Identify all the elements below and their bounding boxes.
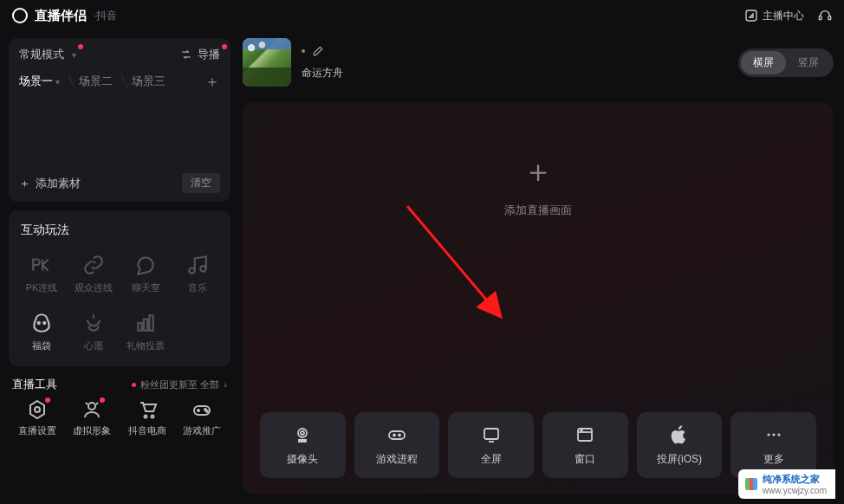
orient-vertical[interactable]: 竖屏 (786, 51, 831, 74)
chevron-down-icon: ▾ (55, 77, 60, 87)
svg-point-12 (144, 416, 146, 418)
cart-icon (137, 399, 158, 420)
director-button[interactable]: 导播 (180, 47, 220, 62)
tool-ecom[interactable]: 抖音电商 (122, 399, 172, 437)
tool-avatar[interactable]: 虚拟形象 (68, 399, 118, 437)
host-center-label: 主播中心 (763, 9, 804, 23)
add-canvas-button[interactable]: ＋ 添加直播画面 (260, 156, 816, 218)
title-bar: 直播伴侣 ·抖音 主播中心 (0, 0, 844, 31)
add-scene-button[interactable]: ＋ (205, 71, 220, 92)
notification-dot (45, 397, 50, 403)
svg-point-11 (88, 403, 95, 410)
support-button[interactable] (818, 9, 832, 23)
stream-thumbnail[interactable] (243, 38, 291, 87)
plus-icon: ＋ (19, 176, 30, 191)
notification-dot (222, 44, 227, 49)
tools-title: 直播工具 (12, 377, 57, 392)
scene-content-area (19, 92, 220, 170)
source-game[interactable]: 游戏进程 (354, 412, 440, 478)
add-material-button[interactable]: ＋ 添加素材 (19, 176, 81, 191)
interact-lucky[interactable]: 福袋 (19, 307, 64, 358)
window-icon (575, 424, 595, 445)
camera-icon (292, 424, 313, 445)
app-logo-icon (12, 8, 28, 23)
source-camera[interactable]: 摄像头 (260, 412, 346, 478)
svg-point-5 (38, 322, 40, 324)
app-subtitle: ·抖音 (94, 9, 117, 23)
svg-point-19 (301, 431, 304, 435)
svg-rect-7 (138, 323, 141, 331)
stream-title: 命运方舟 (302, 66, 343, 81)
scene-tab-3[interactable]: 场景三 (132, 74, 166, 89)
svg-point-4 (200, 266, 206, 272)
scene-tab-1[interactable]: 场景一▾ (19, 74, 60, 89)
host-center-button[interactable]: 主播中心 (744, 9, 804, 23)
more-icon (763, 424, 784, 445)
interact-title: 互动玩法 (19, 219, 220, 242)
annotation-arrow (243, 102, 832, 414)
svg-rect-1 (819, 16, 821, 20)
chevron-right-icon: › (224, 379, 227, 390)
sidebar: 常规模式 ▾ 导播 场景一▾ ╲ 场景二 ╲ 场景三 ＋ (0, 31, 239, 504)
apple-icon (669, 424, 690, 445)
mode-label: 常规模式 (19, 47, 64, 62)
plus-icon: ＋ (523, 156, 554, 187)
gamepad-icon (386, 424, 407, 445)
scene-tab-2[interactable]: 场景二 (79, 74, 113, 89)
source-buttons-row: 摄像头 游戏进程 全屏 窗口 投屏(iOS) (260, 412, 816, 478)
orient-horizontal[interactable]: 横屏 (741, 51, 786, 74)
vote-icon (134, 312, 157, 334)
orientation-toggle: 横屏 竖屏 (738, 48, 834, 77)
svg-point-13 (151, 416, 153, 418)
music-icon (186, 254, 209, 276)
link-icon (82, 254, 105, 276)
interact-audience[interactable]: 观众连线 (71, 249, 116, 300)
main-content: 命运方舟 横屏 竖屏 ＋ 添加直播画面 摄像头 (239, 31, 844, 504)
clear-button[interactable]: 清空 (182, 173, 220, 193)
app-title: 直播伴侣 (35, 8, 87, 24)
status-dot-icon (302, 49, 305, 53)
svg-point-6 (43, 322, 45, 324)
avatar-icon (81, 399, 102, 420)
interact-pk[interactable]: PK连线 (19, 249, 64, 300)
add-canvas-label: 添加直播画面 (504, 203, 572, 218)
interact-music[interactable]: 音乐 (175, 249, 220, 300)
monitor-icon (481, 424, 502, 445)
interact-wish[interactable]: 心愿 (71, 307, 116, 358)
notification-dot (132, 383, 136, 387)
tool-settings[interactable]: 直播设置 (12, 399, 62, 437)
svg-point-16 (206, 410, 208, 412)
svg-point-3 (189, 268, 195, 274)
source-fullscreen[interactable]: 全屏 (448, 412, 534, 478)
notification-dot (78, 44, 83, 49)
source-more[interactable]: 更多 (730, 412, 816, 478)
svg-point-21 (393, 434, 395, 436)
interact-giftvote[interactable]: 礼物投票 (123, 307, 168, 358)
director-label: 导播 (198, 47, 220, 62)
edit-icon[interactable] (312, 45, 324, 57)
svg-rect-9 (149, 315, 153, 330)
mode-dropdown[interactable]: 常规模式 ▾ (19, 47, 76, 62)
chevron-down-icon: ▾ (72, 50, 76, 60)
tool-gamepromo[interactable]: 游戏推广 (178, 399, 228, 437)
notification-dot (100, 397, 105, 403)
swap-icon (180, 48, 192, 61)
preview-canvas: ＋ 添加直播画面 摄像头 游戏进程 全屏 窗口 (243, 102, 834, 494)
bag-icon (30, 312, 53, 334)
watermark: 纯净系统之家 www.ycwjzy.com (738, 469, 835, 499)
pk-icon (30, 254, 53, 276)
add-material-label: 添加素材 (36, 176, 81, 191)
svg-point-26 (767, 433, 769, 436)
source-window[interactable]: 窗口 (542, 412, 628, 478)
tools-sub-link[interactable]: 粉丝团更新至 全部 › (132, 378, 227, 391)
headset-icon (818, 9, 832, 23)
source-ios[interactable]: 投屏(iOS) (637, 412, 723, 478)
interact-panel: 互动玩法 PK连线 观众连线 聊天室 音乐 (9, 210, 230, 366)
tools-panel: 直播工具 粉丝团更新至 全部 › 直播设置 虚拟形象 (9, 375, 230, 437)
chat-icon (134, 254, 157, 276)
svg-rect-2 (828, 16, 831, 20)
interact-chat[interactable]: 聊天室 (123, 249, 168, 300)
wish-icon (82, 312, 105, 334)
gear-hex-icon (27, 399, 48, 420)
watermark-logo-icon (745, 478, 757, 490)
